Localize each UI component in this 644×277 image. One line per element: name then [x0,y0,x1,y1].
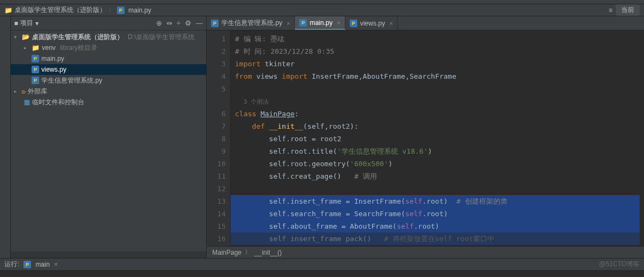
tree-main[interactable]: Pmain.py [11,53,206,64]
tool-window-stripe-left[interactable] [0,16,11,258]
tree-sys[interactable]: P学生信息管理系统.py [11,75,206,86]
python-icon: P [117,7,125,14]
editor-tabs: P学生信息管理系统.py× Pmain.py× Pviews.py× [207,16,644,30]
expand-icon[interactable]: ⇔ [166,19,172,27]
chevron-right-icon: 〉 [108,5,115,15]
structure-breadcrumb[interactable]: MainPage〉__init__() [207,246,644,258]
sidebar-header: ■ 项目 ▾ ⊕ ⇔ ÷ ⚙ — [11,16,206,30]
tab-sys[interactable]: P学生信息管理系统.py× [207,16,295,30]
tree-root[interactable]: ▾📂桌面版学生管理系统（进阶版）D:\桌面版学生管理系统 [11,32,206,42]
breadcrumb: 📁 桌面版学生管理系统（进阶版） 〉 P main.py ≡ 当前 [0,4,644,16]
tree-views[interactable]: Pviews.py [11,64,206,75]
menu-bar-fragment [0,0,644,4]
breadcrumb-file[interactable]: main.py [128,7,151,14]
minimize-icon[interactable]: — [196,19,203,27]
run-label: 运行: [4,260,19,269]
tree-scratch[interactable]: ▦临时文件和控制台 [11,97,206,108]
run-config-button[interactable]: 当前 [616,4,640,16]
python-icon: P [23,261,31,268]
line-gutter[interactable]: 12345678910111213141516 [207,30,231,246]
breadcrumb-root[interactable]: 桌面版学生管理系统（进阶版） [15,5,106,15]
close-icon[interactable]: × [337,20,340,26]
editor: P学生信息管理系统.py× Pmain.py× Pviews.py× 12345… [207,16,644,258]
close-icon[interactable]: × [54,261,58,268]
target-icon[interactable]: ⊕ [156,19,162,27]
tab-views[interactable]: Pviews.py× [345,16,398,30]
hamburger-icon[interactable]: ≡ [609,7,612,14]
project-tree: ▾📂桌面版学生管理系统（进阶版）D:\桌面版学生管理系统 ▸📁venvlibra… [11,30,206,251]
sidebar-scrollbar[interactable] [11,251,206,258]
gear-icon[interactable]: ⚙ [185,19,191,27]
python-icon: P [299,19,307,27]
folder-icon: 📁 [4,7,13,14]
project-tool-window: ■ 项目 ▾ ⊕ ⇔ ÷ ⚙ — ▾📂桌面版学生管理系统（进阶版）D:\桌面版学… [11,16,207,258]
code-content[interactable]: # 编 辑: 墨竑 # 时 间: 2023/12/28 0:35 import … [231,30,644,246]
tab-main[interactable]: Pmain.py× [295,16,345,30]
python-icon: P [350,20,357,27]
tree-venv[interactable]: ▸📁venvlibrary根目录 [11,42,206,53]
bottom-bar: 运行: P main × @51CTO博客 [0,258,644,270]
python-icon: P [211,20,219,27]
tree-extlib[interactable]: ▸⎄外部库 [11,86,206,97]
watermark: @51CTO博客 [599,260,640,269]
close-icon[interactable]: × [287,20,290,27]
collapse-icon[interactable]: ÷ [177,19,181,27]
sidebar-title[interactable]: ■ 项目 ▾ [14,18,39,28]
run-config-name[interactable]: main [35,261,49,268]
code-area[interactable]: 12345678910111213141516 # 编 辑: 墨竑 # 时 间:… [207,30,644,246]
close-icon[interactable]: × [389,20,393,27]
